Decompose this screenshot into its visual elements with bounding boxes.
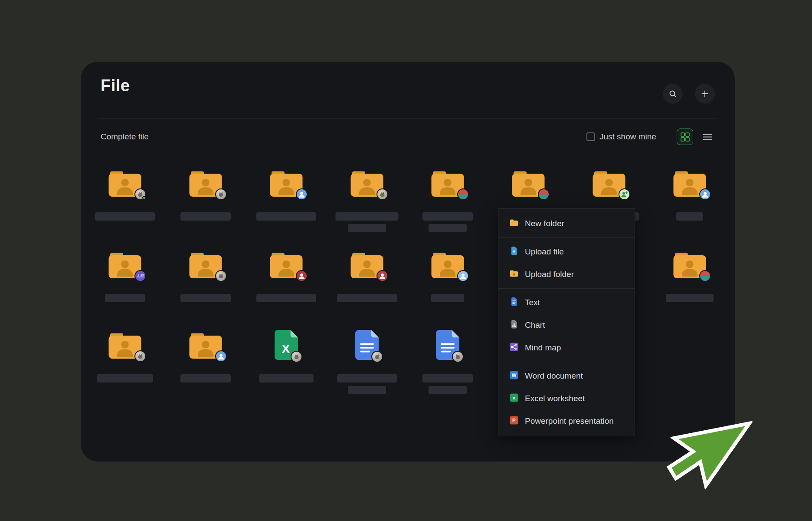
menu-item-new-folder[interactable]: New folder bbox=[498, 212, 635, 235]
owner-avatar-badge bbox=[377, 270, 388, 282]
chart-icon bbox=[510, 320, 518, 331]
filename-placeholder bbox=[105, 294, 145, 302]
filename-placeholder bbox=[256, 294, 316, 302]
cat-avatar-icon bbox=[292, 353, 301, 361]
menu-item-label: New folder bbox=[525, 219, 564, 228]
folder-item[interactable] bbox=[171, 167, 240, 241]
new-folder-icon bbox=[510, 218, 518, 229]
menu-divider bbox=[498, 288, 635, 289]
menu-item-label: Upload folder bbox=[525, 270, 574, 279]
text-doc-icon bbox=[510, 297, 518, 308]
menu-item-excel-worksheet[interactable]: xExcel worksheet bbox=[498, 387, 635, 410]
owner-avatar-badge bbox=[699, 270, 711, 282]
menu-item-upload-file[interactable]: Upload file bbox=[498, 241, 635, 263]
folder-item[interactable] bbox=[332, 167, 402, 241]
menu-item-label: Chart bbox=[525, 320, 545, 330]
filename-placeholder bbox=[422, 374, 473, 383]
avatar-initials: 志程 bbox=[137, 274, 144, 278]
filename-placeholder bbox=[676, 212, 703, 221]
filename-placeholder bbox=[348, 386, 386, 394]
excel-icon: x bbox=[510, 393, 518, 404]
filename-placeholder bbox=[337, 374, 397, 383]
shared-person-icon bbox=[620, 190, 629, 198]
owner-avatar-badge bbox=[699, 188, 711, 200]
svg-text:P: P bbox=[512, 417, 516, 423]
online-status-dot bbox=[142, 196, 146, 200]
menu-item-label: Excel worksheet bbox=[525, 394, 585, 403]
menu-item-chart[interactable]: Chart bbox=[498, 314, 635, 336]
upload-file-icon bbox=[510, 247, 518, 257]
owner-avatar-badge bbox=[371, 351, 383, 363]
filename-placeholder bbox=[422, 212, 473, 221]
file-item[interactable]: X bbox=[252, 329, 321, 403]
filename-placeholder bbox=[336, 212, 399, 221]
person-avatar-icon bbox=[298, 272, 306, 280]
cat-avatar-icon bbox=[378, 190, 386, 198]
cat-avatar-icon bbox=[217, 190, 225, 198]
upload-folder-icon bbox=[510, 269, 518, 280]
filename-placeholder bbox=[337, 294, 397, 302]
svg-text:x: x bbox=[513, 395, 516, 400]
folder-item[interactable] bbox=[655, 249, 724, 323]
filename-placeholder bbox=[95, 212, 155, 221]
menu-item-word-document[interactable]: WWord document bbox=[498, 365, 635, 387]
person-avatar-icon bbox=[378, 272, 386, 280]
file-manager-panel: File Complete file Just show mine 志程X Ne… bbox=[81, 62, 735, 462]
menu-item-label: Powerpoint presentation bbox=[525, 416, 614, 426]
owner-avatar-badge bbox=[538, 188, 550, 200]
menu-item-powerpoint-presentation[interactable]: PPowerpoint presentation bbox=[498, 410, 635, 432]
filename-placeholder bbox=[348, 224, 386, 232]
folder-item[interactable] bbox=[413, 167, 482, 241]
folder-item[interactable] bbox=[90, 329, 160, 403]
person-avatar-icon bbox=[217, 352, 225, 360]
menu-item-label: Mind map bbox=[525, 343, 561, 353]
cat-avatar-icon bbox=[217, 272, 225, 280]
context-menu: New folderUpload fileUpload folderTextCh… bbox=[498, 208, 635, 436]
filename-placeholder bbox=[180, 374, 231, 383]
owner-avatar-badge bbox=[291, 351, 302, 363]
filename-placeholder bbox=[97, 374, 153, 383]
folder-item[interactable] bbox=[655, 167, 724, 241]
filename-placeholder bbox=[180, 294, 231, 302]
folder-item[interactable] bbox=[252, 167, 321, 241]
cat-avatar-icon bbox=[454, 353, 462, 361]
menu-item-text[interactable]: Text bbox=[498, 291, 635, 314]
owner-avatar-badge bbox=[215, 270, 227, 282]
menu-item-mind-map[interactable]: Mind map bbox=[498, 336, 635, 359]
folder-item[interactable] bbox=[90, 167, 160, 241]
owner-avatar-badge bbox=[452, 351, 464, 363]
folder-item[interactable] bbox=[171, 329, 240, 403]
folder-item[interactable] bbox=[252, 249, 321, 323]
owner-avatar-badge bbox=[457, 188, 469, 200]
folder-item[interactable]: 志程 bbox=[90, 249, 160, 323]
file-item[interactable] bbox=[332, 329, 402, 403]
file-grid: 志程X bbox=[81, 62, 735, 462]
owner-avatar-badge bbox=[296, 270, 308, 282]
person-avatar-icon bbox=[459, 272, 467, 280]
svg-text:X: X bbox=[282, 342, 290, 356]
owner-avatar-badge bbox=[296, 188, 308, 200]
menu-item-upload-folder[interactable]: Upload folder bbox=[498, 263, 635, 286]
word-icon: W bbox=[510, 371, 518, 382]
person-avatar-icon bbox=[298, 190, 306, 198]
folder-item[interactable] bbox=[413, 249, 482, 323]
person-avatar-icon bbox=[701, 190, 709, 198]
owner-avatar-badge bbox=[377, 188, 388, 200]
owner-avatar-badge bbox=[134, 188, 146, 200]
folder-item[interactable] bbox=[171, 249, 240, 323]
filename-placeholder bbox=[429, 386, 467, 394]
owner-avatar-badge bbox=[457, 270, 469, 282]
owner-avatar-badge: 志程 bbox=[134, 270, 146, 282]
cat-avatar-icon bbox=[373, 353, 381, 361]
file-item[interactable] bbox=[413, 329, 482, 403]
filename-placeholder bbox=[431, 294, 464, 302]
cat-avatar-icon bbox=[136, 352, 144, 360]
owner-avatar-badge bbox=[215, 188, 227, 200]
folder-item[interactable] bbox=[332, 249, 402, 323]
filename-placeholder bbox=[180, 212, 231, 221]
filename-placeholder bbox=[429, 224, 467, 232]
filename-placeholder bbox=[666, 294, 714, 302]
menu-divider bbox=[498, 237, 635, 238]
menu-item-label: Text bbox=[525, 298, 540, 307]
menu-divider bbox=[498, 362, 635, 362]
